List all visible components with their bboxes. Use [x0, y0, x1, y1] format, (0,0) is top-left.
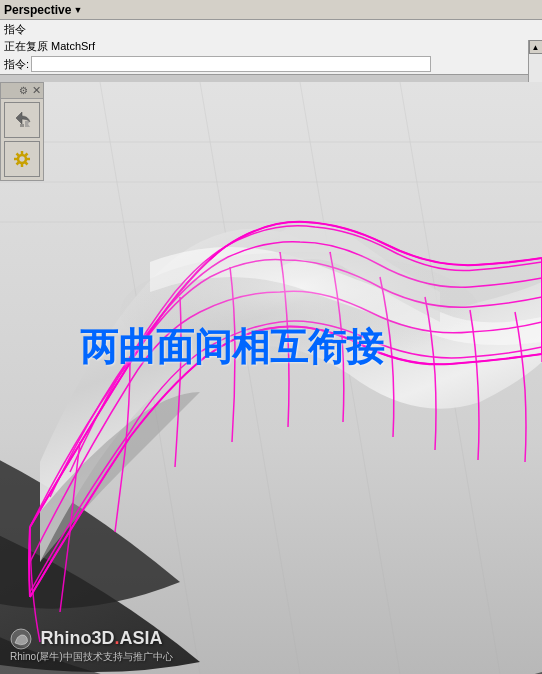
toolbar-panel: ⚙ ✕ — [0, 82, 44, 181]
scroll-up-button[interactable]: ▲ — [529, 40, 543, 54]
watermark-sub-text: Rhino(犀牛)中国技术支持与推广中心 — [10, 650, 173, 664]
title-bar: Perspective ▼ — [0, 0, 542, 20]
svg-line-20 — [25, 154, 27, 156]
settings-tool-button[interactable] — [4, 141, 40, 177]
command-prompt-label: 指令: — [4, 57, 29, 72]
command-input[interactable] — [31, 56, 431, 72]
svg-rect-11 — [20, 124, 24, 127]
viewport-title-label: Perspective — [4, 3, 71, 17]
command-section-label: 指令 — [4, 22, 538, 37]
dropdown-arrow-icon: ▼ — [73, 5, 82, 15]
command-area: 指令 正在复原 MatchSrf 指令: ▲ ▼ — [0, 20, 542, 75]
close-icon[interactable]: ✕ — [32, 84, 41, 97]
svg-rect-12 — [8, 145, 36, 173]
scene-background — [0, 82, 542, 674]
command-history-line: 正在复原 MatchSrf — [4, 39, 538, 54]
svg-line-19 — [25, 162, 27, 164]
svg-line-18 — [17, 154, 19, 156]
watermark: Rhino3D.ASIA Rhino(犀牛)中国技术支持与推广中心 — [10, 626, 173, 664]
watermark-logo: Rhino3D.ASIA — [10, 626, 173, 650]
watermark-logo-text: Rhino3D.ASIA — [41, 628, 163, 648]
undo-icon — [8, 106, 36, 134]
svg-line-21 — [17, 162, 19, 164]
undo-button[interactable] — [4, 102, 40, 138]
overlay-text: 两曲面间相互衔接 — [80, 322, 384, 373]
settings-icon[interactable]: ⚙ — [19, 85, 28, 96]
gear-tool-icon — [8, 145, 36, 173]
scene-svg — [0, 82, 542, 674]
viewport-title-dropdown[interactable]: Perspective ▼ — [4, 3, 82, 17]
rhino-logo-icon — [10, 628, 32, 650]
3d-viewport[interactable]: 两曲面间相互衔接 Rhino3D.ASIA Rhino(犀牛)中国技术支持与推广… — [0, 82, 542, 674]
toolbar-header: ⚙ ✕ — [1, 83, 43, 99]
